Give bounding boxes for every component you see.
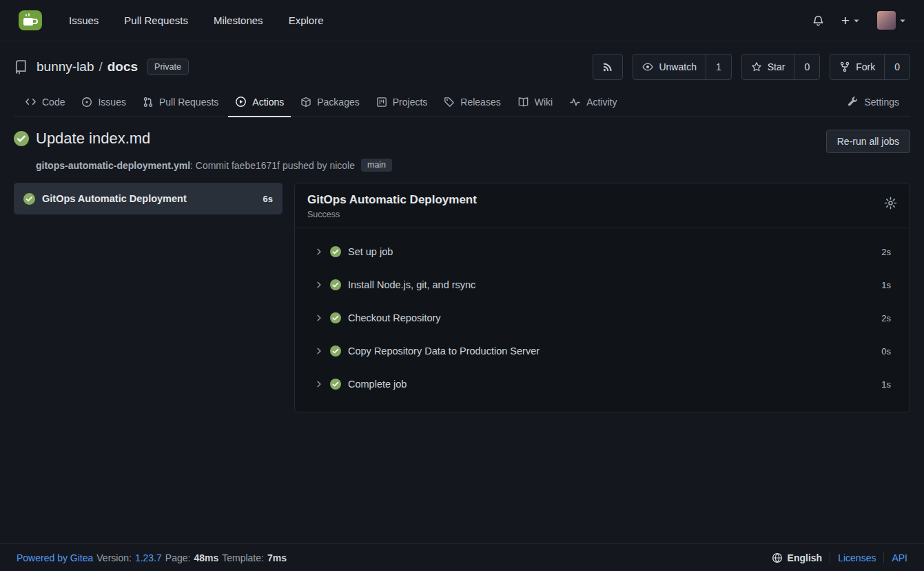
job-options-button[interactable] xyxy=(884,197,897,210)
success-check-icon xyxy=(330,345,341,357)
code-icon xyxy=(25,96,37,108)
step-name: Complete job xyxy=(348,379,881,390)
pulse-icon xyxy=(569,97,581,108)
step-duration: 1s xyxy=(881,379,891,390)
step-duration: 0s xyxy=(881,346,891,357)
step-duration: 2s xyxy=(881,247,891,257)
tab-releases[interactable]: Releases xyxy=(435,87,509,117)
tab-projects[interactable]: Projects xyxy=(368,87,436,117)
run-title: Update index.md xyxy=(36,130,150,148)
tab-label: Wiki xyxy=(535,97,553,108)
star-button[interactable]: Star xyxy=(742,54,794,79)
footer: Powered by Gitea Version: 1.23.7 Page: 4… xyxy=(0,543,924,571)
run-title-wrap: Update index.md xyxy=(14,130,150,148)
licenses-link[interactable]: Licenses xyxy=(838,552,876,563)
unwatch-label: Unwatch xyxy=(659,61,696,72)
gitea-logo[interactable] xyxy=(18,10,43,31)
tab-packages[interactable]: Packages xyxy=(292,87,367,117)
language-selector[interactable]: English xyxy=(772,552,823,563)
private-badge: Private xyxy=(147,59,189,75)
success-check-icon xyxy=(330,312,341,323)
tab-code[interactable]: Code xyxy=(17,87,73,117)
navbar-link-pull-requests[interactable]: Pull Requests xyxy=(124,14,188,26)
rerun-all-jobs-button[interactable]: Re-run all jobs xyxy=(826,130,910,153)
tab-label: Settings xyxy=(864,97,899,108)
fork-icon xyxy=(839,61,850,72)
forks-count[interactable]: 0 xyxy=(884,54,910,79)
success-check-icon xyxy=(23,193,35,205)
user-menu-button[interactable] xyxy=(877,11,906,30)
tab-wiki[interactable]: Wiki xyxy=(509,87,561,117)
repo-owner-link[interactable]: bunny-lab xyxy=(37,59,94,74)
tab-settings[interactable]: Settings xyxy=(839,87,907,117)
repo-tabs: Code Issues Pull Requests Actions xyxy=(14,87,910,117)
job-detail-panel: GitOps Automatic Deployment Success xyxy=(294,183,910,412)
tab-pull-requests[interactable]: Pull Requests xyxy=(134,87,227,117)
repo-action-buttons: Unwatch 1 Star 0 xyxy=(593,54,910,80)
job-panel-titles: GitOps Automatic Deployment Success xyxy=(307,193,477,219)
unwatch-button[interactable]: Unwatch xyxy=(633,54,705,79)
navbar-links: Issues Pull Requests Milestones Explore xyxy=(69,14,323,26)
page-label: Page: xyxy=(165,552,191,563)
footer-divider xyxy=(830,552,830,563)
step-name: Copy Repository Data to Production Serve… xyxy=(348,345,881,357)
job-steps-list: Set up job 2s Install Node.js, git, and … xyxy=(295,228,910,401)
step-row-complete[interactable]: Complete job 1s xyxy=(295,368,910,401)
repo-name-link[interactable]: docs xyxy=(107,59,138,74)
step-row-checkout[interactable]: Checkout Repository 2s xyxy=(295,301,910,334)
tab-label: Packages xyxy=(317,97,359,108)
step-duration: 2s xyxy=(881,313,891,323)
gear-icon xyxy=(884,197,897,210)
powered-by-gitea-link[interactable]: Powered by Gitea xyxy=(17,552,93,563)
fork-button[interactable]: Fork xyxy=(830,54,884,79)
language-label: English xyxy=(788,552,823,563)
repo-header: bunny-lab / docs Private xyxy=(0,41,924,117)
api-link[interactable]: API xyxy=(892,552,907,563)
job-name: GitOps Automatic Deployment xyxy=(42,193,256,204)
watch-button-group: Unwatch 1 xyxy=(633,54,731,80)
play-circle-icon xyxy=(235,96,247,108)
chevron-right-icon xyxy=(315,314,323,322)
navbar-right: + xyxy=(812,11,906,30)
step-name: Install Node.js, git, and rsync xyxy=(348,279,881,290)
template-label: Template: xyxy=(222,552,264,563)
eye-icon xyxy=(642,61,653,72)
version-link[interactable]: 1.23.7 xyxy=(135,552,162,563)
repo-breadcrumb: bunny-lab / docs xyxy=(37,59,138,74)
run-body: GitOps Automatic Deployment 6s GitOps Au… xyxy=(14,183,910,412)
step-row-install[interactable]: Install Node.js, git, and rsync 1s xyxy=(295,268,910,301)
tab-activity[interactable]: Activity xyxy=(561,87,625,117)
step-row-copy[interactable]: Copy Repository Data to Production Serve… xyxy=(295,334,910,368)
footer-right: English Licenses API xyxy=(772,552,907,563)
navbar-link-milestones[interactable]: Milestones xyxy=(214,14,263,26)
create-new-button[interactable]: + xyxy=(841,13,860,28)
watchers-count[interactable]: 1 xyxy=(706,54,731,79)
success-check-icon xyxy=(330,279,341,290)
tab-actions[interactable]: Actions xyxy=(227,87,292,117)
navbar-link-explore[interactable]: Explore xyxy=(289,14,324,26)
notifications-bell-button[interactable] xyxy=(812,14,824,27)
step-row-setup[interactable]: Set up job 2s xyxy=(295,235,910,268)
workflow-file-link[interactable]: gitops-automatic-deployment.yml xyxy=(36,160,190,171)
navbar-link-issues[interactable]: Issues xyxy=(69,14,99,26)
job-duration: 6s xyxy=(263,194,273,204)
chevron-right-icon xyxy=(315,347,323,355)
stars-count[interactable]: 0 xyxy=(794,54,819,79)
tab-label: Pull Requests xyxy=(159,97,218,108)
pull-request-icon xyxy=(143,97,154,108)
job-panel-header: GitOps Automatic Deployment Success xyxy=(295,183,910,228)
job-list-item-selected[interactable]: GitOps Automatic Deployment 6s xyxy=(14,183,283,214)
tab-label: Actions xyxy=(252,97,284,108)
fork-button-group: Fork 0 xyxy=(830,54,910,80)
chevron-right-icon xyxy=(315,248,323,256)
footer-left: Powered by Gitea Version: 1.23.7 Page: 4… xyxy=(17,552,287,563)
step-name: Checkout Repository xyxy=(348,312,881,323)
tab-label: Projects xyxy=(393,97,428,108)
branch-badge[interactable]: main xyxy=(361,159,392,172)
rss-button[interactable] xyxy=(593,54,623,80)
template-time: 7ms xyxy=(267,552,287,563)
tab-issues[interactable]: Issues xyxy=(73,87,134,117)
actions-run-page: Update index.md Re-run all jobs gitops-a… xyxy=(0,117,924,543)
chevron-down-icon xyxy=(853,17,860,24)
chevron-down-icon xyxy=(899,17,906,24)
